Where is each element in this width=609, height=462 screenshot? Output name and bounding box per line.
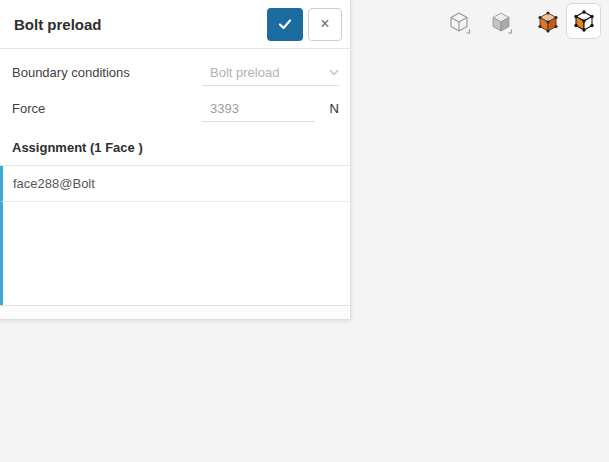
assignment-list-item[interactable]: face288@Bolt: [0, 166, 350, 202]
close-icon: ×: [320, 16, 329, 32]
close-button[interactable]: ×: [308, 8, 342, 41]
bolt-preload-dialog: Bolt preload × Boundary conditions Bolt …: [0, 0, 351, 320]
confirm-button[interactable]: [267, 8, 303, 41]
viewport-3d[interactable]: [351, 0, 609, 462]
topology-cube-icon: [571, 8, 597, 34]
assignment-list-empty-area[interactable]: [0, 202, 350, 305]
boundary-conditions-row: Boundary conditions Bolt preload: [0, 54, 350, 90]
force-input[interactable]: 3393: [202, 90, 315, 126]
assignment-item-label: face288@Bolt: [13, 176, 95, 191]
boundary-conditions-select[interactable]: Bolt preload: [202, 54, 339, 90]
shaded-solid-view-button[interactable]: [535, 9, 561, 35]
wireframe-cube-icon: [446, 9, 472, 35]
boundary-conditions-value: Bolt preload: [210, 65, 329, 80]
dialog-footer-strip: [0, 305, 350, 319]
topology-view-button-selected[interactable]: [566, 3, 601, 39]
dialog-header: Bolt preload ×: [0, 0, 350, 49]
dialog-title: Bolt preload: [14, 16, 267, 33]
force-row: Force 3393 N: [0, 90, 350, 126]
chevron-down-icon: [329, 69, 339, 76]
shaded-cube-icon: [488, 9, 514, 35]
shaded-view-button[interactable]: [488, 9, 514, 35]
boundary-conditions-label: Boundary conditions: [12, 65, 202, 80]
wireframe-view-button[interactable]: [446, 9, 472, 35]
dialog-form: Boundary conditions Bolt preload Force 3…: [0, 49, 350, 126]
force-value: 3393: [210, 101, 315, 116]
shaded-solid-cube-icon: [535, 9, 561, 35]
force-unit: N: [315, 101, 339, 116]
check-icon: [276, 15, 294, 33]
assignment-header: Assignment (1 Face ): [0, 126, 350, 165]
force-label: Force: [12, 101, 202, 116]
